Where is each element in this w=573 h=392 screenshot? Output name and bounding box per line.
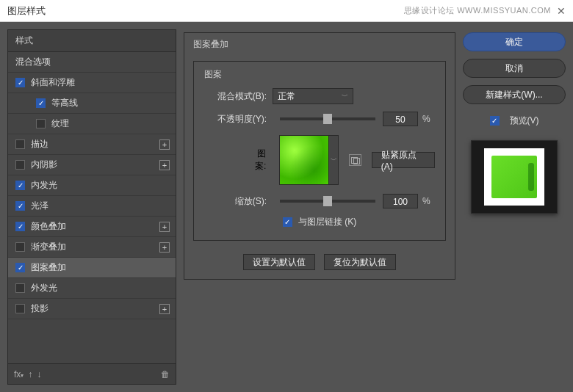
- trash-icon[interactable]: 🗑: [161, 369, 170, 380]
- fx-icon[interactable]: fx▾: [14, 369, 24, 380]
- add-effect-icon[interactable]: +: [159, 139, 170, 150]
- style-checkbox[interactable]: [15, 181, 25, 190]
- style-label: 图案叠加: [31, 261, 66, 274]
- style-item[interactable]: 渐变叠加+: [8, 237, 176, 258]
- blend-mode-value: 正常: [278, 90, 295, 103]
- style-checkbox[interactable]: [15, 222, 25, 231]
- pattern-swatch[interactable]: [279, 135, 329, 185]
- preview-checkbox[interactable]: [490, 116, 500, 126]
- preview-label: 预览(V): [510, 115, 539, 127]
- style-item[interactable]: 光泽: [8, 196, 176, 217]
- style-item[interactable]: 投影+: [8, 299, 176, 319]
- add-effect-icon[interactable]: +: [159, 304, 170, 314]
- style-checkbox[interactable]: [15, 201, 25, 211]
- style-label: 渐变叠加: [31, 241, 66, 253]
- scale-input[interactable]: 100: [383, 194, 418, 208]
- opacity-label: 不透明度(Y):: [204, 113, 267, 126]
- opacity-unit: %: [422, 114, 430, 124]
- style-item[interactable]: 内发光: [8, 175, 176, 196]
- style-label: 内阴影: [31, 159, 57, 171]
- new-pattern-icon[interactable]: [349, 154, 361, 166]
- style-label: 外发光: [31, 282, 57, 294]
- opacity-row: 不透明度(Y): 50 %: [204, 112, 435, 126]
- opacity-input[interactable]: 50: [383, 112, 418, 126]
- style-item[interactable]: 等高线: [8, 93, 176, 114]
- reset-default-button[interactable]: 复位为默认值: [324, 254, 396, 270]
- ok-button[interactable]: 确定: [463, 32, 566, 51]
- blend-mode-label: 混合模式(B):: [204, 90, 267, 103]
- dialog-title: 图层样式: [7, 4, 46, 18]
- blend-options-label: 混合选项: [15, 56, 51, 68]
- blend-options-row[interactable]: 混合选项: [8, 52, 176, 73]
- link-label: 与图层链接 (K): [298, 216, 356, 228]
- styles-list: 斜面和浮雕等高线纹理描边+内阴影+内发光光泽颜色叠加+渐变叠加+图案叠加外发光投…: [8, 73, 176, 363]
- style-label: 纹理: [51, 117, 69, 130]
- set-default-button[interactable]: 设置为默认值: [243, 254, 315, 270]
- preview-swatch: [491, 156, 537, 198]
- titlebar-right: 思缘设计论坛 WWW.MISSYUAN.COM ✕: [404, 5, 566, 17]
- scale-label: 缩放(S):: [204, 195, 267, 208]
- opacity-thumb[interactable]: [323, 114, 332, 124]
- style-item[interactable]: 斜面和浮雕: [8, 73, 176, 93]
- style-checkbox[interactable]: [15, 304, 25, 313]
- chevron-down-icon: ﹀: [342, 92, 348, 101]
- watermark-text: 思缘设计论坛 WWW.MISSYUAN.COM: [404, 5, 551, 16]
- style-item[interactable]: 内阴影+: [8, 155, 176, 175]
- style-checkbox[interactable]: [15, 242, 25, 252]
- arrow-down-icon[interactable]: ↓: [37, 369, 41, 380]
- style-label: 描边: [31, 138, 48, 150]
- preview-inner: [484, 148, 544, 206]
- pattern-picker[interactable]: ﹀: [279, 135, 339, 185]
- style-checkbox[interactable]: [36, 119, 46, 128]
- preview-box: [471, 140, 558, 214]
- dialog-body: 样式 混合选项 斜面和浮雕等高线纹理描边+内阴影+内发光光泽颜色叠加+渐变叠加+…: [0, 22, 573, 392]
- default-buttons-row: 设置为默认值 复位为默认值: [193, 254, 446, 270]
- style-label: 投影: [31, 302, 48, 315]
- settings-panel: 图案叠加 图案 混合模式(B): 正常 ﹀ 不透明度(Y): 50 %: [184, 29, 455, 385]
- close-icon[interactable]: ✕: [557, 5, 566, 17]
- style-label: 颜色叠加: [31, 220, 66, 233]
- arrow-up-icon[interactable]: ↑: [28, 369, 32, 380]
- pattern-row: 图案: ﹀ 贴紧原点 (A): [248, 135, 435, 185]
- style-item[interactable]: 颜色叠加+: [8, 217, 176, 237]
- add-effect-icon[interactable]: +: [159, 242, 170, 253]
- pattern-label: 图案:: [248, 148, 266, 173]
- add-effect-icon[interactable]: +: [159, 222, 170, 232]
- style-item[interactable]: 图案叠加: [8, 258, 176, 278]
- scale-row: 缩放(S): 100 %: [204, 194, 435, 208]
- add-effect-icon[interactable]: +: [159, 160, 170, 170]
- style-item[interactable]: 外发光: [8, 278, 176, 299]
- style-label: 等高线: [51, 97, 78, 109]
- blend-mode-row: 混合模式(B): 正常 ﹀: [204, 88, 435, 104]
- cancel-button[interactable]: 取消: [463, 59, 566, 78]
- style-checkbox[interactable]: [36, 98, 46, 108]
- styles-panel: 样式 混合选项 斜面和浮雕等高线纹理描边+内阴影+内发光光泽颜色叠加+渐变叠加+…: [7, 29, 176, 385]
- action-panel: 确定 取消 新建样式(W)... 预览(V): [463, 29, 566, 385]
- section-title: 图案叠加: [190, 38, 231, 51]
- pattern-group-title: 图案: [201, 68, 225, 81]
- style-checkbox[interactable]: [15, 78, 25, 87]
- opacity-slider[interactable]: [280, 117, 375, 120]
- style-label: 斜面和浮雕: [31, 76, 75, 89]
- scale-thumb[interactable]: [323, 196, 332, 206]
- snap-origin-button[interactable]: 贴紧原点 (A): [372, 152, 435, 168]
- style-checkbox[interactable]: [15, 263, 25, 272]
- blend-mode-select[interactable]: 正常 ﹀: [273, 88, 353, 104]
- new-style-button[interactable]: 新建样式(W)...: [463, 85, 566, 104]
- pattern-fieldset: 图案 混合模式(B): 正常 ﹀ 不透明度(Y): 50 %: [193, 61, 446, 241]
- titlebar: 图层样式 思缘设计论坛 WWW.MISSYUAN.COM ✕: [0, 0, 573, 22]
- style-label: 内发光: [31, 179, 57, 192]
- style-checkbox[interactable]: [15, 139, 25, 149]
- scale-unit: %: [422, 196, 430, 206]
- pattern-caret-icon[interactable]: ﹀: [328, 135, 339, 185]
- style-checkbox[interactable]: [15, 160, 25, 170]
- scale-slider[interactable]: [280, 200, 375, 203]
- styles-header[interactable]: 样式: [8, 30, 176, 52]
- preview-toggle-row: 预览(V): [463, 115, 566, 127]
- style-item[interactable]: 描边+: [8, 134, 176, 155]
- link-checkbox[interactable]: [283, 217, 292, 227]
- pattern-overlay-fieldset: 图案叠加 图案 混合模式(B): 正常 ﹀ 不透明度(Y): 50 %: [184, 32, 455, 280]
- style-label: 光泽: [31, 200, 48, 212]
- style-checkbox[interactable]: [15, 283, 25, 293]
- style-item[interactable]: 纹理: [8, 114, 176, 134]
